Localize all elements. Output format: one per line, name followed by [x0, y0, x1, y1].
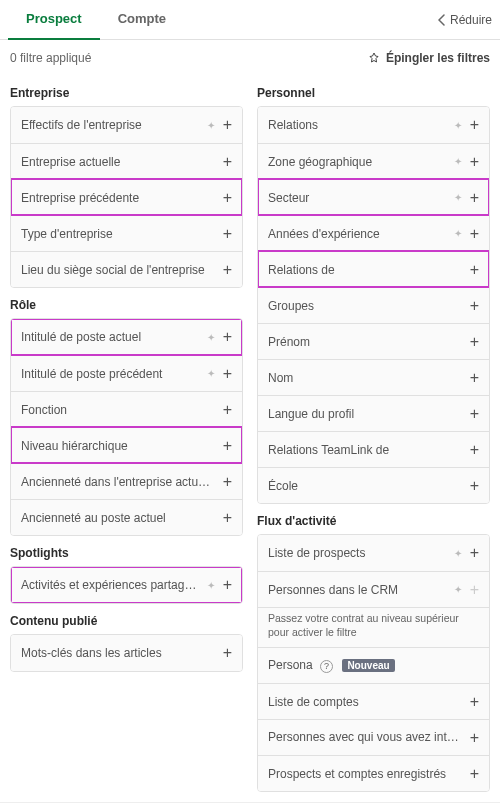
header-tabs: Prospect Compte Réduire [0, 0, 500, 40]
filter-label: Relations de [268, 263, 462, 277]
plus-icon: + [470, 226, 479, 242]
section-contenu: Contenu publié [10, 614, 243, 628]
filter-years-exp[interactable]: Années d'expérience ✦ + [258, 215, 489, 251]
filter-label: Ancienneté au poste actuel [21, 511, 215, 525]
tab-compte[interactable]: Compte [100, 0, 184, 40]
chevron-left-icon [438, 14, 446, 26]
group-role: Intitulé de poste actuel ✦ + Intitulé de… [10, 318, 243, 536]
section-entreprise: Entreprise [10, 86, 243, 100]
plus-icon: + [223, 510, 232, 526]
pin-icon: ✦ [207, 368, 215, 379]
filter-lastname[interactable]: Nom + [258, 359, 489, 395]
group-entreprise: Effectifs de l'entreprise ✦ + Entreprise… [10, 106, 243, 288]
filter-label: Zone géographique [268, 155, 450, 169]
filter-label: Entreprise précédente [21, 191, 215, 205]
filter-label: Prospects et comptes enregistrés [268, 767, 462, 781]
plus-icon: + [470, 545, 479, 561]
filter-label: Niveau hiérarchique [21, 439, 215, 453]
plus-icon: + [223, 438, 232, 454]
filter-label: Nom [268, 371, 462, 385]
filter-function[interactable]: Fonction + [11, 391, 242, 427]
pin-icon [368, 52, 380, 64]
left-column: Entreprise Effectifs de l'entreprise ✦ +… [10, 76, 243, 792]
filter-saved[interactable]: Prospects et comptes enregistrés + [258, 755, 489, 791]
filter-label: Persona ? Nouveau [268, 658, 479, 673]
pin-icon: ✦ [454, 156, 462, 167]
right-column: Personnel Relations ✦ + Zone géographiqu… [257, 76, 490, 792]
filter-seniority[interactable]: Niveau hiérarchique + [11, 427, 242, 463]
filter-current-title[interactable]: Intitulé de poste actuel ✦ + [11, 319, 242, 355]
plus-icon: + [223, 402, 232, 418]
plus-icon: + [470, 298, 479, 314]
plus-icon: + [223, 366, 232, 382]
filter-teamlink[interactable]: Relations TeamLink de + [258, 431, 489, 467]
filter-lead-list[interactable]: Liste de prospects ✦ + [258, 535, 489, 571]
filter-tenure-role[interactable]: Ancienneté au poste actuel + [11, 499, 242, 535]
filter-firstname[interactable]: Prénom + [258, 323, 489, 359]
group-flux: Liste de prospects ✦ + Personnes dans le… [257, 534, 490, 792]
plus-icon: + [470, 730, 479, 746]
filter-label: Activités et expériences partagées [21, 578, 203, 592]
plus-icon: + [470, 582, 479, 598]
filter-keywords[interactable]: Mots-clés dans les articles + [11, 635, 242, 671]
filter-label: Groupes [268, 299, 462, 313]
filter-account-list[interactable]: Liste de comptes + [258, 683, 489, 719]
filter-company-type[interactable]: Type d'entreprise + [11, 215, 242, 251]
section-spotlights: Spotlights [10, 546, 243, 560]
filter-label: Ancienneté dans l'entreprise actuelle [21, 475, 215, 489]
filter-lang[interactable]: Langue du profil + [258, 395, 489, 431]
filter-tenure-company[interactable]: Ancienneté dans l'entreprise actuelle + [11, 463, 242, 499]
filter-label: Secteur [268, 191, 450, 205]
group-spotlights: Activités et expériences partagées ✦ + [10, 566, 243, 604]
filter-company-previous[interactable]: Entreprise précédente + [11, 179, 242, 215]
filter-crm[interactable]: Personnes dans le CRM ✦ + [258, 571, 489, 607]
filter-groups[interactable]: Groupes + [258, 287, 489, 323]
filter-label: Lieu du siège social de l'entreprise [21, 263, 215, 277]
pin-icon: ✦ [454, 192, 462, 203]
filter-geo[interactable]: Zone géographique ✦ + [258, 143, 489, 179]
tab-prospect[interactable]: Prospect [8, 0, 100, 40]
section-flux: Flux d'activité [257, 514, 490, 528]
collapse-button[interactable]: Réduire [438, 13, 492, 27]
plus-icon: + [223, 154, 232, 170]
group-personnel: Relations ✦ + Zone géographique ✦ + Sect… [257, 106, 490, 504]
plus-icon: + [223, 577, 232, 593]
plus-icon: + [470, 117, 479, 133]
new-badge: Nouveau [342, 659, 394, 672]
filter-label: Liste de prospects [268, 546, 450, 560]
pin-filters-label: Épingler les filtres [386, 51, 490, 65]
pin-icon: ✦ [207, 120, 215, 131]
plus-icon: + [470, 478, 479, 494]
filter-industry[interactable]: Secteur ✦ + [258, 179, 489, 215]
filter-company-current[interactable]: Entreprise actuelle + [11, 143, 242, 179]
pin-icon: ✦ [454, 228, 462, 239]
pin-icon: ✦ [454, 120, 462, 131]
pin-icon: ✦ [207, 580, 215, 591]
section-personnel: Personnel [257, 86, 490, 100]
filter-company-hq[interactable]: Lieu du siège social de l'entreprise + [11, 251, 242, 287]
filter-subbar: 0 filtre appliqué Épingler les filtres [0, 40, 500, 76]
filter-label: Personnes avec qui vous avez interagi ? [268, 730, 462, 745]
filter-past-title[interactable]: Intitulé de poste précédent ✦ + [11, 355, 242, 391]
filter-label: Entreprise actuelle [21, 155, 215, 169]
filter-label: Personnes dans le CRM [268, 583, 450, 597]
filter-label: Intitulé de poste actuel [21, 330, 203, 344]
crm-locked-note: Passez votre contrat au niveau supérieur… [258, 607, 489, 647]
plus-icon: + [470, 406, 479, 422]
filter-label: Mots-clés dans les articles [21, 646, 215, 660]
filter-relations[interactable]: Relations ✦ + [258, 107, 489, 143]
pin-icon: ✦ [454, 548, 462, 559]
filter-persona[interactable]: Persona ? Nouveau [258, 647, 489, 683]
filter-label: Relations [268, 118, 450, 132]
filter-label: Prénom [268, 335, 462, 349]
filter-columns: Entreprise Effectifs de l'entreprise ✦ +… [0, 76, 500, 802]
plus-icon: + [223, 262, 232, 278]
pin-filters-button[interactable]: Épingler les filtres [368, 51, 490, 65]
filter-relations-of[interactable]: Relations de + [258, 251, 489, 287]
filter-shared[interactable]: Activités et expériences partagées ✦ + [11, 567, 242, 603]
filter-label: Langue du profil [268, 407, 462, 421]
filter-school[interactable]: École + [258, 467, 489, 503]
filter-interacted[interactable]: Personnes avec qui vous avez interagi ? … [258, 719, 489, 755]
pin-icon: ✦ [207, 332, 215, 343]
filter-company-size[interactable]: Effectifs de l'entreprise ✦ + [11, 107, 242, 143]
